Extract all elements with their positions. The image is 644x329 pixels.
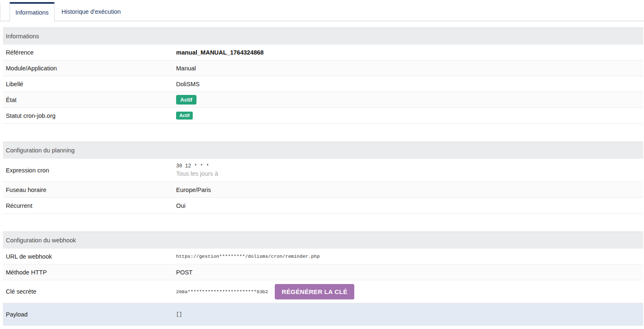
row-methode-http: Méthode HTTP POST (3, 264, 643, 280)
cle-secrete-value: 208a************************53b2 (176, 289, 268, 294)
tab-bar: Informations Historique d'exécution (0, 0, 644, 21)
section-informations-header: Informations (3, 28, 643, 45)
row-fuseau-horaire: Fuseau horaire Europe/Paris (3, 182, 643, 198)
row-payload: Payload [] (3, 303, 643, 326)
row-etat: État Actif (3, 92, 643, 108)
section-webhook-header: Configuration du webhook (3, 232, 643, 249)
left-edge-divider (0, 3, 0, 21)
module-application-label: Module/Application (3, 65, 176, 72)
section-webhook: Configuration du webhook URL de webhook … (3, 232, 643, 326)
cron-expression-block: 30 12 * * * Tous les jours à (176, 163, 218, 177)
section-planning: Configuration du planning Expression cro… (3, 142, 643, 214)
row-libelle: Libellé DoliSMS (3, 76, 643, 92)
cle-secrete-label: Clé secrète (3, 288, 176, 295)
detail-tables: Informations Référence manual_MANUAL_176… (3, 27, 643, 326)
row-cle-secrete: Clé secrète 208a************************… (3, 280, 643, 303)
row-reference: Référence manual_MANUAL_1764324868 (3, 45, 643, 60)
cron-job-org-status-badge: Actif (176, 112, 193, 120)
tab-historique-execution[interactable]: Historique d'exécution (55, 2, 128, 21)
cron-expression-description: Tous les jours à (176, 170, 218, 177)
row-recurrent: Récurrent Oui (3, 198, 643, 214)
statut-cron-job-org-label: Statut cron-job.org (3, 112, 176, 119)
recurrent-label: Récurrent (3, 202, 176, 209)
cron-expression-value: 30 12 * * * (176, 163, 218, 169)
fuseau-horaire-value: Europe/Paris (176, 187, 211, 193)
row-statut-cron-job-org: Statut cron-job.org Actif (3, 108, 643, 124)
libelle-value: DoliSMS (176, 81, 199, 87)
etat-label: État (3, 97, 176, 103)
reference-value: manual_MANUAL_1764324868 (176, 49, 264, 56)
methode-http-value: POST (176, 269, 192, 276)
fuseau-horaire-label: Fuseau horaire (3, 187, 176, 193)
row-expression-cron: Expression cron 30 12 * * * Tous les jou… (3, 159, 643, 182)
payload-label: Payload (3, 311, 176, 318)
url-webhook-value: https://gestion*********/dolisms/cron/re… (176, 254, 320, 259)
etat-status-badge: Actif (176, 95, 196, 105)
regenerate-key-button[interactable]: RÉGÉNÉRER LA CLÉ (275, 284, 355, 299)
methode-http-label: Méthode HTTP (3, 269, 176, 276)
section-planning-header: Configuration du planning (3, 142, 643, 159)
recurrent-value: Oui (176, 202, 186, 209)
tab-informations[interactable]: Informations (10, 2, 55, 21)
section-informations: Informations Référence manual_MANUAL_176… (3, 27, 643, 124)
payload-value: [] (176, 312, 182, 317)
row-module-application: Module/Application Manual (3, 60, 643, 76)
module-application-value: Manual (176, 65, 196, 72)
libelle-label: Libellé (3, 81, 176, 87)
expression-cron-label: Expression cron (3, 167, 176, 174)
row-url-webhook: URL de webhook https://gestion*********/… (3, 249, 643, 264)
url-webhook-label: URL de webhook (3, 253, 176, 260)
reference-label: Référence (3, 49, 176, 56)
